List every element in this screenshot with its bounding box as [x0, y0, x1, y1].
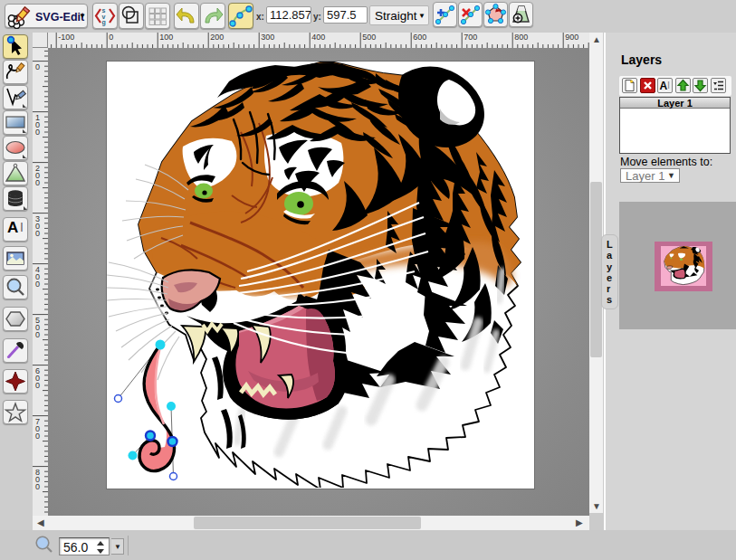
svg-text:0: 0 — [35, 62, 40, 71]
svg-text:g: g — [102, 19, 106, 26]
svg-text:500: 500 — [362, 33, 376, 42]
svg-text:0: 0 — [35, 178, 40, 187]
svg-text:0: 0 — [35, 330, 40, 339]
svg-text:0: 0 — [35, 229, 40, 238]
svg-text:600: 600 — [413, 33, 426, 42]
svg-text:100: 100 — [159, 33, 173, 42]
svg-text:0: 0 — [35, 280, 40, 289]
svg-text:800: 800 — [514, 33, 528, 42]
svg-text:200: 200 — [210, 33, 224, 42]
svg-text:900: 900 — [565, 33, 578, 42]
svg-text:0: 0 — [35, 128, 40, 137]
svg-text:400: 400 — [311, 33, 325, 42]
svg-text:0: 0 — [35, 432, 40, 441]
svg-text:0: 0 — [35, 482, 40, 491]
svg-text:-100: -100 — [58, 33, 74, 42]
svg-text:700: 700 — [464, 33, 477, 42]
svg-text:0: 0 — [109, 33, 113, 42]
svg-text:0: 0 — [35, 381, 40, 390]
svg-text:300: 300 — [261, 33, 274, 42]
